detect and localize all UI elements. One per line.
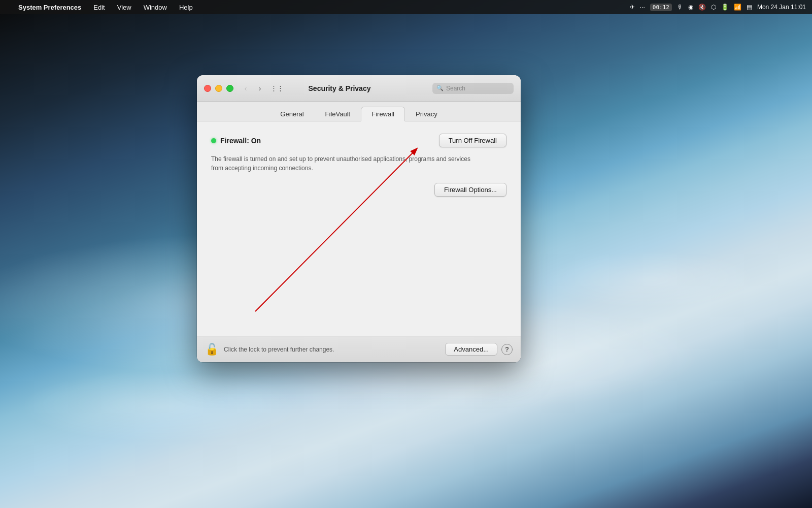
tab-general[interactable]: General	[269, 107, 314, 121]
help-button[interactable]: ?	[501, 344, 513, 355]
firewall-options-button[interactable]: Firewall Options...	[434, 183, 506, 197]
bottom-bar: 🔓 Click the lock to prevent further chan…	[197, 336, 521, 362]
tab-filevault[interactable]: FileVault	[315, 107, 361, 121]
window-title: Security & Privacy	[247, 84, 432, 92]
tab-privacy[interactable]: Privacy	[405, 107, 448, 121]
lock-text: Click the lock to prevent further change…	[224, 346, 445, 353]
traffic-lights	[204, 85, 233, 92]
advanced-button[interactable]: Advanced...	[445, 343, 497, 356]
datetime-display: Mon 24 Jan 11:01	[757, 4, 806, 11]
firewall-content: Firewall: On Turn Off Firewall The firew…	[197, 121, 521, 362]
turn-off-firewall-button[interactable]: Turn Off Firewall	[439, 134, 506, 147]
search-box[interactable]: 🔍	[432, 83, 514, 94]
siri-icon: ◉	[688, 4, 693, 11]
menubar-view[interactable]: View	[115, 3, 133, 12]
bottom-buttons: Advanced... ?	[445, 343, 513, 356]
battery-icon: 🔋	[721, 4, 729, 11]
menubar: System Preferences Edit View Window Help…	[0, 0, 812, 14]
location-icon: ✈	[630, 4, 635, 11]
menubar-help[interactable]: Help	[177, 3, 195, 12]
firewall-description: The firewall is turned on and set up to …	[211, 154, 475, 173]
menubar-left: System Preferences Edit View Window Help	[6, 3, 195, 12]
menubar-app-name[interactable]: System Preferences	[16, 3, 83, 12]
options-btn-row: Firewall Options...	[211, 183, 506, 197]
firewall-status-label: Firewall: On	[220, 137, 261, 145]
firewall-status-dot	[211, 138, 216, 143]
bluetooth-icon: ⬡	[711, 4, 716, 11]
timer-badge: 00:12	[650, 4, 672, 11]
firewall-status-row: Firewall: On Turn Off Firewall	[211, 134, 506, 147]
more-icon: ···	[640, 4, 645, 11]
window-body: General FileVault Firewall Privacy Firew…	[197, 102, 521, 362]
close-button[interactable]	[204, 85, 211, 92]
wifi-icon: 📶	[734, 4, 741, 11]
maximize-button[interactable]	[226, 85, 233, 92]
menubar-edit[interactable]: Edit	[91, 3, 107, 12]
menubar-right: ✈ ··· 00:12 🎙 ◉ 🔇 ⬡ 🔋 📶 ▤ Mon 24 Jan 11:…	[630, 4, 806, 11]
search-input[interactable]	[446, 85, 510, 92]
firewall-status-left: Firewall: On	[211, 137, 261, 145]
security-privacy-window: ‹ › ⋮⋮ Security & Privacy 🔍 General File…	[197, 75, 521, 362]
titlebar: ‹ › ⋮⋮ Security & Privacy 🔍	[197, 75, 521, 102]
menu-extras-icon: ▤	[747, 4, 752, 11]
tabs-bar: General FileVault Firewall Privacy	[197, 102, 521, 121]
mute-icon: 🔇	[698, 4, 706, 11]
tab-firewall[interactable]: Firewall	[361, 107, 405, 121]
minimize-button[interactable]	[215, 85, 222, 92]
search-icon: 🔍	[436, 85, 444, 91]
mic-icon: 🎙	[677, 4, 683, 11]
lock-icon[interactable]: 🔓	[205, 343, 219, 356]
menubar-window[interactable]: Window	[142, 3, 169, 12]
